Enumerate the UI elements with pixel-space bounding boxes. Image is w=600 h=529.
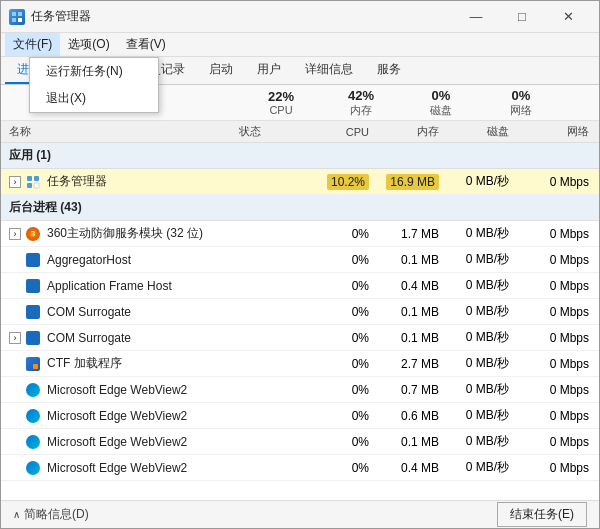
table-row[interactable]: AggregatorHost 0% 0.1 MB 0 MB/秒 0 Mbps (1, 247, 599, 273)
process-icon-aggregator (25, 252, 41, 268)
process-name: CTF 加载程序 (47, 355, 122, 372)
svg-rect-4 (27, 176, 32, 181)
window-title: 任务管理器 (31, 8, 453, 25)
tab-users[interactable]: 用户 (245, 57, 293, 84)
process-cpu: 0% (309, 409, 379, 423)
minimize-button[interactable]: — (453, 1, 499, 33)
cpu-percentage: 22% (268, 89, 294, 104)
process-cpu: 0% (309, 383, 379, 397)
process-network: 0 Mbps (519, 383, 589, 397)
process-name-cell: › COM Surrogate (9, 330, 239, 346)
table-row[interactable]: Microsoft Edge WebView2 0% 0.1 MB 0 MB/秒… (1, 429, 599, 455)
process-icon-edge3 (25, 434, 41, 450)
disk-percentage: 0% (432, 88, 451, 103)
column-headers: 名称 状态 CPU 内存 磁盘 网络 (1, 121, 599, 143)
menu-run-new-task[interactable]: 运行新任务(N) (30, 58, 158, 85)
col-header-status[interactable]: 状态 (239, 124, 309, 139)
tab-startup[interactable]: 启动 (197, 57, 245, 84)
expand-button[interactable]: › (9, 228, 21, 240)
process-name: COM Surrogate (47, 331, 131, 345)
col-header-name[interactable]: 名称 (9, 124, 239, 139)
cpu-stat: 22% CPU (241, 89, 321, 116)
process-table[interactable]: 应用 (1) › 任务管理器 10.2% 16 (1, 143, 599, 500)
summary-label[interactable]: 简略信息(D) (24, 506, 89, 523)
process-network: 0 Mbps (519, 227, 589, 241)
process-memory: 0.1 MB (379, 331, 449, 345)
svg-rect-1 (18, 12, 22, 16)
table-row[interactable]: › COM Surrogate 0% 0.1 MB 0 MB/秒 0 Mbps (1, 325, 599, 351)
process-disk: 0 MB/秒 (449, 407, 519, 424)
process-cpu: 0% (309, 279, 379, 293)
process-cpu: 0% (309, 227, 379, 241)
process-network: 0 Mbps (519, 357, 589, 371)
status-bar: ∧ 简略信息(D) 结束任务(E) (1, 500, 599, 528)
table-row[interactable]: COM Surrogate 0% 0.1 MB 0 MB/秒 0 Mbps (1, 299, 599, 325)
process-cpu: 0% (309, 305, 379, 319)
process-name-cell: Microsoft Edge WebView2 (9, 408, 239, 424)
process-network: 0 Mbps (519, 175, 589, 189)
menu-exit[interactable]: 退出(X) (30, 85, 158, 112)
menu-bar: 文件(F) 选项(O) 查看(V) 运行新任务(N) 退出(X) (1, 33, 599, 57)
maximize-button[interactable]: □ (499, 1, 545, 33)
process-cpu: 10.2% (309, 175, 379, 189)
process-memory: 0.7 MB (379, 383, 449, 397)
menu-options[interactable]: 选项(O) (60, 33, 117, 56)
process-disk: 0 MB/秒 (449, 173, 519, 190)
process-name: 任务管理器 (47, 173, 107, 190)
process-disk: 0 MB/秒 (449, 277, 519, 294)
col-header-cpu[interactable]: CPU (309, 126, 379, 138)
process-cpu: 0% (309, 435, 379, 449)
process-name: Microsoft Edge WebView2 (47, 409, 187, 423)
process-icon-com1 (25, 304, 41, 320)
process-memory: 0.1 MB (379, 253, 449, 267)
menu-file[interactable]: 文件(F) (5, 33, 60, 56)
col-header-network[interactable]: 网络 (519, 124, 589, 139)
tab-details[interactable]: 详细信息 (293, 57, 365, 84)
expand-button[interactable]: › (9, 332, 21, 344)
process-icon-com2 (25, 330, 41, 346)
close-button[interactable]: ✕ (545, 1, 591, 33)
section-apps: 应用 (1) (1, 143, 599, 169)
process-name-cell: CTF 加载程序 (9, 355, 239, 372)
window-controls: — □ ✕ (453, 1, 591, 33)
process-icon-taskmgr (25, 174, 41, 190)
process-cpu: 0% (309, 357, 379, 371)
process-memory: 0.4 MB (379, 279, 449, 293)
process-icon-appframe (25, 278, 41, 294)
memory-stat: 42% 内存 (321, 88, 401, 118)
table-row[interactable]: › 任务管理器 10.2% 16.9 MB 0 MB/秒 0 (1, 169, 599, 195)
process-memory: 0.4 MB (379, 461, 449, 475)
table-row[interactable]: Microsoft Edge WebView2 0% 0.6 MB 0 MB/秒… (1, 403, 599, 429)
table-row[interactable]: Microsoft Edge WebView2 0% 0.4 MB 0 MB/秒… (1, 455, 599, 481)
svg-rect-3 (18, 18, 22, 22)
process-network: 0 Mbps (519, 409, 589, 423)
process-name-cell: › 3 360主动防御服务模块 (32 位) (9, 225, 239, 242)
svg-rect-5 (34, 176, 39, 181)
process-disk: 0 MB/秒 (449, 303, 519, 320)
summary-info[interactable]: ∧ 简略信息(D) (13, 506, 89, 523)
svg-rect-2 (12, 18, 16, 22)
chevron-up-icon: ∧ (13, 509, 20, 520)
col-header-memory[interactable]: 内存 (379, 124, 449, 139)
process-disk: 0 MB/秒 (449, 251, 519, 268)
expand-button[interactable]: › (9, 176, 21, 188)
app-icon (9, 9, 25, 25)
title-bar: 任务管理器 — □ ✕ (1, 1, 599, 33)
tab-services[interactable]: 服务 (365, 57, 413, 84)
table-row[interactable]: Microsoft Edge WebView2 0% 0.7 MB 0 MB/秒… (1, 377, 599, 403)
process-cpu: 0% (309, 253, 379, 267)
process-icon-edge1 (25, 382, 41, 398)
process-memory: 0.1 MB (379, 305, 449, 319)
table-row[interactable]: CTF 加载程序 0% 2.7 MB 0 MB/秒 0 Mbps (1, 351, 599, 377)
end-task-button[interactable]: 结束任务(E) (497, 502, 587, 527)
process-disk: 0 MB/秒 (449, 433, 519, 450)
col-header-disk[interactable]: 磁盘 (449, 124, 519, 139)
process-name-cell: Microsoft Edge WebView2 (9, 434, 239, 450)
table-row[interactable]: › 3 360主动防御服务模块 (32 位) 0% 1.7 MB 0 MB/秒 … (1, 221, 599, 247)
memory-label: 内存 (350, 103, 372, 118)
menu-view[interactable]: 查看(V) (118, 33, 174, 56)
process-network: 0 Mbps (519, 305, 589, 319)
network-stat: 0% 网络 (481, 88, 561, 118)
svg-rect-0 (12, 12, 16, 16)
table-row[interactable]: Application Frame Host 0% 0.4 MB 0 MB/秒 … (1, 273, 599, 299)
